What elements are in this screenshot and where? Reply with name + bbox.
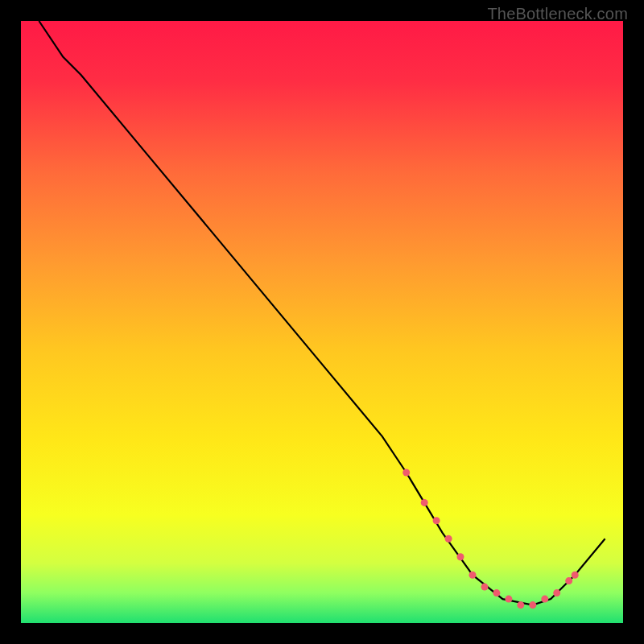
target-dot bbox=[402, 469, 410, 477]
target-dot bbox=[445, 535, 452, 543]
target-dot bbox=[457, 553, 464, 560]
target-dot bbox=[565, 577, 572, 584]
bottleneck-chart bbox=[0, 0, 644, 644]
target-dot bbox=[517, 601, 524, 609]
target-dot bbox=[493, 589, 500, 597]
target-dot bbox=[469, 572, 477, 579]
target-dot bbox=[481, 584, 489, 591]
target-dot bbox=[529, 601, 536, 609]
target-dot bbox=[505, 596, 512, 603]
target-dot bbox=[572, 572, 579, 579]
watermark-text: TheBottleneck.com bbox=[487, 5, 628, 23]
target-dot bbox=[421, 499, 428, 506]
target-dot bbox=[433, 517, 440, 524]
target-dot bbox=[553, 589, 560, 597]
chart-container: TheBottleneck.com bbox=[0, 0, 644, 644]
target-dot bbox=[541, 596, 548, 603]
